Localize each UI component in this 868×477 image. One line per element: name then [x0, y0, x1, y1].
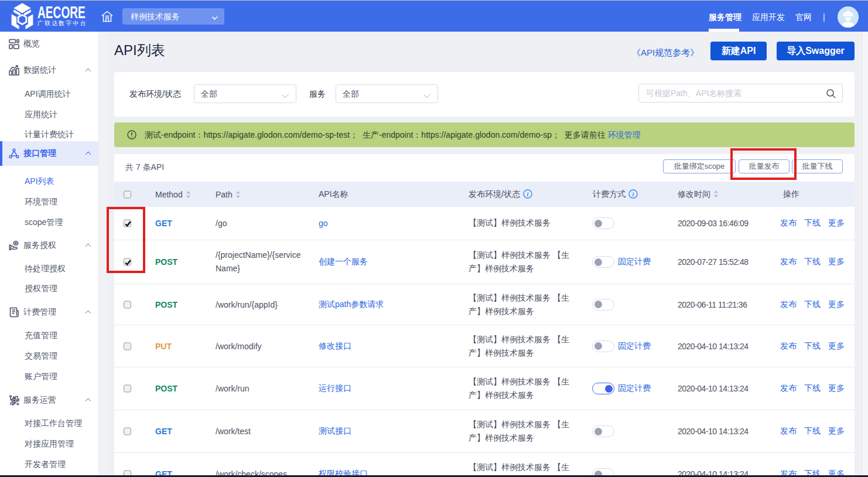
svg-text:i: i — [527, 191, 529, 197]
svg-text:i: i — [633, 191, 634, 197]
